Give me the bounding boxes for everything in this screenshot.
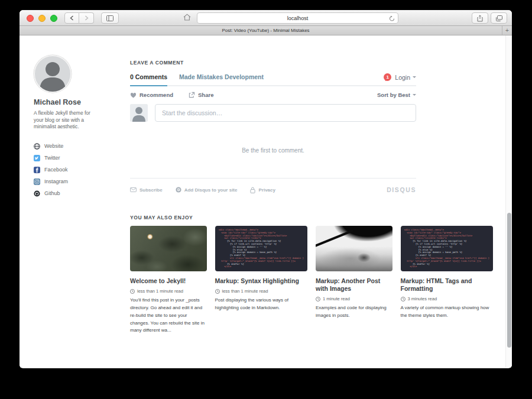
scrollbar-thumb[interactable] bbox=[507, 213, 511, 348]
share-thread-button[interactable]: Share bbox=[189, 92, 213, 98]
empty-state-message: Be the first to comment. bbox=[130, 147, 416, 154]
post-thumbnail-green-macro[interactable] bbox=[130, 226, 207, 271]
back-button[interactable] bbox=[64, 12, 79, 24]
add-disqus-label: Add Disqus to your site bbox=[184, 187, 238, 193]
related-card: Markup: Another Post with Images 1 minut… bbox=[316, 226, 392, 335]
disqus-footer: Subscribe Add Disqus to your site Privac… bbox=[130, 186, 416, 193]
tab-comment-count[interactable]: 0 Comments bbox=[130, 73, 167, 86]
related-posts-section: YOU MAY ALSO ENJOY Welcome to Jekyll! le… bbox=[130, 215, 493, 335]
sidebar-item-website[interactable]: Website bbox=[34, 140, 128, 152]
login-control[interactable]: 1 Login bbox=[384, 73, 416, 85]
address-bar[interactable]: localhost bbox=[197, 12, 398, 24]
clock-icon bbox=[401, 297, 406, 301]
post-meta: less than 1 minute read bbox=[130, 288, 207, 294]
active-tab[interactable]: Post: Video (YouTube) - Minimal Mistakes bbox=[222, 28, 309, 33]
recommend-button[interactable]: Recommend bbox=[130, 92, 173, 98]
person-silhouette-icon bbox=[130, 104, 148, 122]
link-label: Instagram bbox=[44, 179, 68, 184]
privacy-link[interactable]: Privacy bbox=[250, 187, 275, 193]
refresh-button[interactable] bbox=[389, 15, 395, 22]
related-cards: Welcome to Jekyll! less than 1 minute re… bbox=[130, 226, 493, 335]
tab-community[interactable]: Made Mistakes Development bbox=[179, 73, 264, 85]
post-meta: 3 minutes read bbox=[401, 296, 494, 301]
sidebar-item-facebook[interactable]: Facebook bbox=[34, 164, 128, 176]
comment-input[interactable] bbox=[155, 104, 416, 122]
minimize-window-button[interactable] bbox=[38, 15, 46, 22]
share-button[interactable] bbox=[472, 12, 488, 24]
link-label: Facebook bbox=[44, 167, 68, 173]
github-icon bbox=[34, 190, 40, 197]
comments-heading: LEAVE A COMMENT bbox=[130, 60, 416, 66]
sidebar-item-twitter[interactable]: Twitter bbox=[34, 152, 128, 164]
zoom-window-button[interactable] bbox=[50, 15, 57, 22]
share-icon bbox=[477, 15, 483, 22]
post-excerpt: Post displaying the various ways of high… bbox=[215, 297, 308, 312]
author-avatar bbox=[34, 55, 72, 93]
post-thumbnail-bw-tree[interactable] bbox=[316, 226, 392, 271]
author-name: Michael Rose bbox=[34, 98, 128, 106]
read-time: 1 minute read bbox=[323, 296, 350, 301]
comments-section: LEAVE A COMMENT 0 Comments Made Mistakes… bbox=[130, 60, 416, 193]
globe-icon bbox=[34, 143, 40, 150]
share-arrow-icon bbox=[189, 92, 195, 98]
tab-overview-button[interactable] bbox=[491, 12, 507, 24]
post-title-link[interactable]: Markup: Another Post with Images bbox=[316, 277, 392, 293]
commenter-avatar bbox=[130, 104, 148, 122]
person-silhouette-icon bbox=[35, 56, 70, 92]
disqus-divider bbox=[130, 178, 416, 179]
subscribe-label: Subscribe bbox=[140, 187, 163, 193]
home-icon bbox=[183, 14, 191, 21]
post-title-link[interactable]: Markup: HTML Tags and Formatting bbox=[401, 277, 494, 293]
subscribe-link[interactable]: Subscribe bbox=[130, 187, 163, 193]
address-url: localhost bbox=[287, 15, 309, 21]
clock-icon bbox=[130, 289, 135, 294]
twitter-icon bbox=[34, 155, 40, 161]
clock-icon bbox=[215, 289, 220, 294]
clock-icon bbox=[316, 297, 320, 301]
nav-button-group bbox=[64, 12, 94, 24]
scrollbar-track[interactable] bbox=[505, 35, 512, 368]
author-sidebar: Michael Rose A flexible Jekyll theme for… bbox=[34, 55, 128, 199]
disqus-logo[interactable]: DISQUS bbox=[387, 186, 416, 193]
related-card: <div class="masthead__menu"> <nav id="si… bbox=[215, 226, 308, 335]
post-excerpt: A variety of common markup showing how t… bbox=[401, 304, 494, 320]
post-title-link[interactable]: Markup: Syntax Highlighting bbox=[215, 277, 308, 285]
author-links: Website Twitter Facebook bbox=[34, 140, 128, 199]
browser-toolbar: localhost bbox=[20, 10, 512, 26]
post-title-link[interactable]: Welcome to Jekyll! bbox=[130, 277, 207, 285]
read-time: less than 1 minute read bbox=[137, 288, 183, 294]
link-label: Github bbox=[44, 190, 60, 196]
sidebar-toggle-button[interactable] bbox=[101, 12, 119, 24]
sidebar-icon bbox=[106, 15, 113, 21]
envelope-icon bbox=[130, 187, 137, 192]
sidebar-item-instagram[interactable]: Instagram bbox=[34, 176, 128, 187]
forward-button[interactable] bbox=[79, 12, 94, 24]
close-window-button[interactable] bbox=[27, 15, 34, 22]
page-content: Michael Rose A flexible Jekyll theme for… bbox=[20, 35, 512, 368]
new-tab-button[interactable]: + bbox=[502, 26, 512, 35]
post-thumbnail-code[interactable]: <div class="masthead__menu"> <nav id="si… bbox=[401, 226, 494, 271]
home-button[interactable] bbox=[183, 14, 191, 21]
sidebar-item-github[interactable]: Github bbox=[34, 187, 128, 199]
safari-window: localhost Post: Video (YouTube) - Minima… bbox=[20, 10, 512, 368]
disqus-header: 0 Comments Made Mistakes Development 1 L… bbox=[130, 73, 416, 86]
chevron-right-icon bbox=[85, 15, 89, 21]
post-excerpt: You'll find this post in your _posts dir… bbox=[130, 297, 207, 335]
add-disqus-link[interactable]: Add Disqus to your site bbox=[176, 187, 238, 193]
read-time: 3 minutes read bbox=[408, 296, 437, 301]
link-label: Twitter bbox=[44, 155, 60, 161]
related-heading: YOU MAY ALSO ENJOY bbox=[130, 215, 493, 220]
chevron-down-icon bbox=[413, 76, 416, 80]
share-label: Share bbox=[198, 92, 213, 98]
post-meta: 1 minute read bbox=[316, 296, 392, 301]
sort-by-dropdown[interactable]: Sort by Best bbox=[377, 92, 416, 98]
tab-bar: Post: Video (YouTube) - Minimal Mistakes… bbox=[20, 26, 512, 35]
login-label: Login bbox=[395, 74, 410, 81]
disqus-d-icon bbox=[176, 187, 181, 193]
post-thumbnail-code[interactable]: <div class="masthead__menu"> <nav id="si… bbox=[215, 226, 308, 271]
related-card: <div class="masthead__menu"> <nav id="si… bbox=[401, 226, 494, 335]
related-card: Welcome to Jekyll! less than 1 minute re… bbox=[130, 226, 207, 335]
privacy-label: Privacy bbox=[258, 187, 275, 193]
post-excerpt: Examples and code for displaying images … bbox=[316, 304, 392, 320]
chevron-down-icon bbox=[413, 94, 416, 98]
